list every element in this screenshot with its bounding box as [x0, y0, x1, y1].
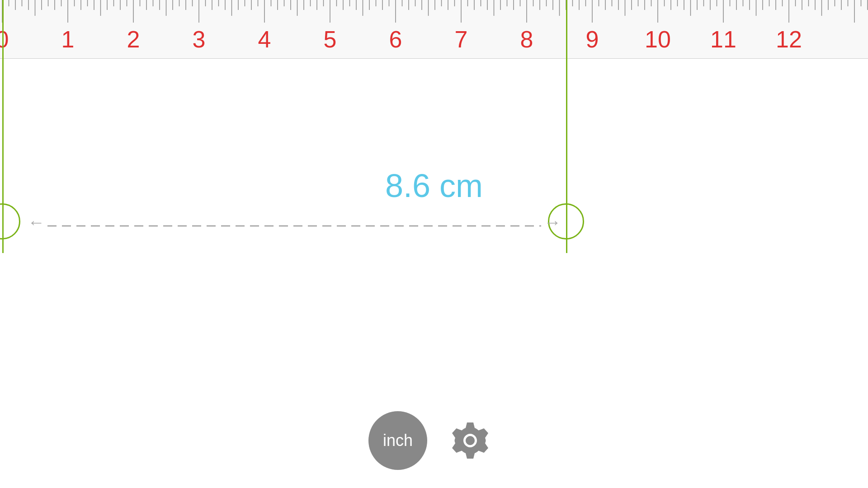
ruler-number-7: 7	[455, 26, 468, 53]
ruler-number-3: 3	[193, 26, 206, 53]
measurement-display: 8.6 cm	[0, 167, 868, 204]
svg-text:→: →	[544, 213, 561, 232]
ruler-number-2: 2	[127, 26, 140, 53]
unit-label: inch	[383, 431, 413, 450]
bottom-controls: inch	[368, 411, 500, 470]
settings-button[interactable]	[441, 411, 500, 470]
ruler-number-1: 1	[61, 26, 75, 53]
ruler-number-8: 8	[520, 26, 533, 53]
ruler-number-4: 4	[258, 26, 271, 53]
ruler-number-9: 9	[586, 26, 599, 53]
unit-toggle-button[interactable]: inch	[368, 411, 427, 470]
ruler-number-12: 12	[776, 26, 802, 53]
ruler-number-0: 0	[0, 26, 9, 53]
ruler-number-11: 11	[710, 26, 736, 53]
gear-icon	[448, 418, 493, 463]
ruler-number-6: 6	[389, 26, 402, 53]
ruler-number-10: 10	[645, 26, 671, 53]
measurement-line: ← →	[0, 203, 868, 242]
svg-text:←: ←	[28, 213, 45, 232]
ruler-numbers: 0123456789101112	[0, 23, 868, 59]
ruler-number-5: 5	[324, 26, 337, 53]
